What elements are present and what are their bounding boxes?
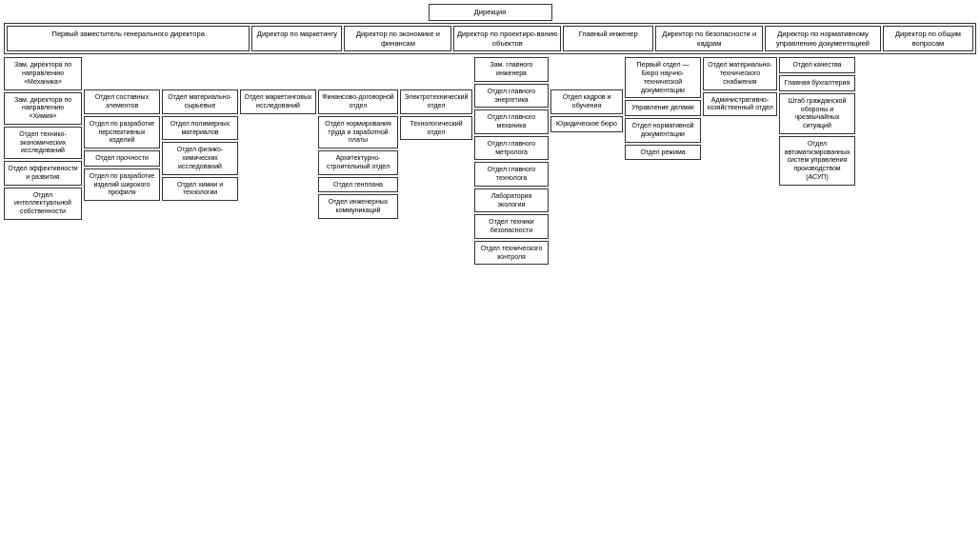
deputy-2: Директор по маркетингу: [251, 26, 342, 52]
col8-item-1: Юридическое бюро: [550, 116, 623, 132]
col7-item-6: Отдел техники безопасности: [474, 214, 549, 239]
deputy-5: Главный инженер: [563, 26, 653, 52]
main-columns: Зам. директора по направлению «Механика»…: [4, 57, 976, 265]
top-director-box: Дирекция: [429, 4, 552, 21]
col11-item-2: Штаб гражданской обороны и чрезвычайных …: [779, 93, 855, 134]
col9-item-2: Отдел нормативной документации: [625, 118, 701, 143]
col9-item-1: Управление делами: [625, 100, 701, 116]
col11-item-3: Отдел автоматизированных систем управлен…: [779, 136, 855, 186]
sub-dep-2: Зам. директора по направлению «Химия»: [4, 92, 82, 125]
col3-item-3: Отдел химии и технологии: [162, 177, 238, 202]
col4-item-0: Отдел маркетинговых исследований: [240, 89, 316, 114]
deputy-1: Первый заместитель генерального директор…: [7, 26, 250, 52]
col1-item-1: Отдел эффективности и развития: [4, 161, 82, 186]
column-11: Отдел качества Главная бухгалтерия Штаб …: [779, 57, 855, 185]
col1-item-0: Отдел технико-экономических исследований: [4, 127, 82, 159]
top-director-row: Дирекция: [4, 4, 976, 21]
sub-dep-1: Зам. директора по направлению «Механика»: [4, 57, 82, 89]
col5-item-3: Отдел генплана: [318, 177, 398, 193]
column-6: Электротехнический отдел Технологический…: [400, 89, 472, 140]
deputies-container: Первый заместитель генерального директор…: [4, 23, 976, 55]
column-7: Зам. главного инженера Отдел главного эн…: [474, 57, 549, 265]
column-1: Зам. директора по направлению «Механика»…: [4, 57, 82, 220]
column-8: Отдел кадров и обучения Юридическое бюро: [550, 89, 623, 131]
column-4: Отдел маркетинговых исследований: [240, 89, 316, 114]
col7-item-3: Отдел главного метролога: [474, 136, 549, 161]
col7-item-1: Отдел главного энергетика: [474, 84, 549, 109]
column-2: Отдел составных элементов Отдел по разра…: [84, 89, 160, 201]
col7-item-7: Отдел технического контроля: [474, 241, 549, 266]
col3-item-1: Отдел полимерных материалов: [162, 116, 238, 141]
column-9: Первый отдел — Бюро научно-технической д…: [625, 57, 701, 160]
col2-item-2: Отдел прочности: [84, 150, 160, 167]
col9-item-0: Первый отдел — Бюро научно-технической д…: [625, 57, 701, 98]
col2-item-1: Отдел по разработке перспективных издели…: [84, 116, 160, 148]
col11-item-1: Главная бухгалтерия: [779, 75, 855, 91]
col2-item-0: Отдел составных элементов: [84, 89, 160, 114]
col3-item-2: Отдел физико-химических исследований: [162, 142, 238, 174]
col10-item-1: Административно-хозяйственный отдел: [703, 92, 777, 117]
col8-item-0: Отдел кадров и обучения: [550, 89, 623, 114]
col5-item-0: Финансово-договорной отдел: [318, 89, 398, 114]
col2-item-3: Отдел по разработке изделий широкого про…: [84, 168, 160, 201]
top-director-label: Дирекция: [474, 8, 506, 16]
deputy-7: Директор по нормативному управлению доку…: [765, 26, 881, 52]
col6-item-0: Электротехнический отдел: [400, 89, 472, 114]
col9-item-3: Отдел режима: [625, 145, 701, 161]
col1-item-2: Отдел интеллектуальной собственности: [4, 188, 82, 220]
col11-item-0: Отдел качества: [779, 57, 855, 73]
col7-item-2: Отдел главного механика: [474, 109, 549, 134]
col5-item-4: Отдел инженерных коммуникаций: [318, 194, 398, 219]
col7-item-5: Лаборатория экологии: [474, 188, 549, 213]
col3-item-0: Отдел материально-сырьевые: [162, 89, 238, 114]
deputy-6: Директор по безопасности и кадрам: [655, 26, 763, 52]
deputy-4: Директор по проектиро-ванию объектов: [453, 26, 561, 52]
org-chart: Дирекция Первый заместитель генерального…: [0, 0, 980, 268]
col7-item-4: Отдел главного технолога: [474, 162, 549, 187]
column-5: Финансово-договорной отдел Отдел нормиро…: [318, 89, 398, 219]
column-3: Отдел материально-сырьевые Отдел полимер…: [162, 89, 238, 201]
col10-item-0: Отдел материально-технического снабжения: [703, 57, 777, 89]
column-10: Отдел материально-технического снабжения…: [703, 57, 777, 116]
deputy-3: Директор по экономике и финансам: [344, 26, 451, 52]
col6-item-1: Технологический отдел: [400, 116, 472, 141]
deputy-8: Директор по общим вопросам: [883, 26, 973, 52]
col7-item-0: Зам. главного инженера: [474, 57, 549, 82]
col5-item-2: Архитектурно-строительный отдел: [318, 150, 398, 175]
col5-item-1: Отдел нормирования труда и заработной пл…: [318, 116, 398, 148]
